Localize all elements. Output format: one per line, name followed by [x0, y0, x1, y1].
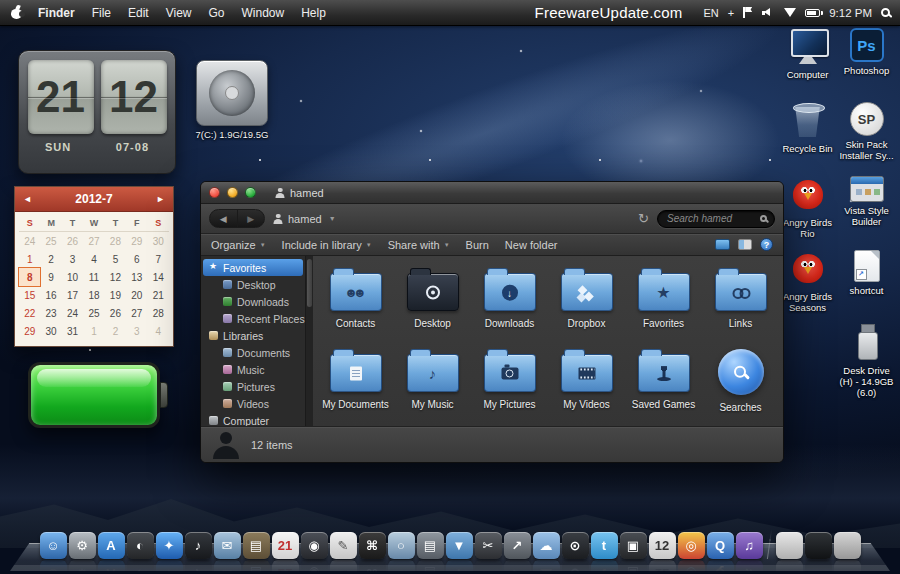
calendar-day[interactable]: 31 — [62, 322, 83, 340]
calendar-day[interactable]: 21 — [148, 286, 169, 304]
calendar-day[interactable]: 1 — [19, 250, 40, 268]
calendar-day[interactable]: 29 — [126, 232, 147, 250]
scrollbar-thumb[interactable] — [307, 259, 312, 307]
spotlight-search-icon[interactable] — [881, 8, 890, 17]
command-organize[interactable]: Organize▼ — [211, 239, 266, 251]
calendar-day[interactable]: 27 — [83, 232, 104, 250]
calendar-day[interactable]: 19 — [105, 286, 126, 304]
calendar-day[interactable]: 2 — [105, 322, 126, 340]
desktop-icon-shortcut[interactable]: shortcut — [839, 250, 895, 324]
dock-icon-camera[interactable]: ▣ — [620, 532, 647, 559]
dock-icon-itunes[interactable]: ♫ — [736, 532, 763, 559]
minimize-button[interactable] — [227, 187, 238, 198]
dock-icon-calendar[interactable]: 21 — [272, 532, 299, 559]
menu-item-help[interactable]: Help — [301, 6, 326, 20]
back-button[interactable]: ◀ — [210, 210, 237, 227]
sidebar-item-desktop[interactable]: Desktop — [201, 276, 305, 293]
dock-icon-cloud[interactable]: ☁ — [533, 532, 560, 559]
sidebar-item-documents[interactable]: Documents — [201, 344, 305, 361]
desktop-icon-skin-pack-installer-sy[interactable]: SPSkin Pack Installer Sy... — [839, 102, 895, 176]
calendar-day[interactable]: 1 — [83, 322, 104, 340]
sidebar-scrollbar[interactable] — [305, 256, 313, 426]
file-my-pictures[interactable]: My Pictures — [471, 343, 548, 424]
sidebar-item-libraries[interactable]: Libraries — [201, 327, 305, 344]
calendar-day[interactable]: 3 — [62, 250, 83, 268]
zoom-button[interactable] — [245, 187, 256, 198]
calendar-day[interactable]: 16 — [40, 286, 61, 304]
dock-icon-finder[interactable]: ☺ — [40, 532, 67, 559]
file-downloads[interactable]: ↓Downloads — [471, 262, 548, 343]
calendar-day[interactable]: 17 — [62, 286, 83, 304]
menu-item-file[interactable]: File — [92, 6, 111, 20]
dock-icon-system-preferences[interactable]: ⚙ — [69, 532, 96, 559]
desktop-icon-photoshop[interactable]: PsPhotoshop — [839, 28, 895, 102]
dock-icon-app-store[interactable]: A — [98, 532, 125, 559]
file-favorites[interactable]: ★Favorites — [625, 262, 702, 343]
dock-icon-apple-software[interactable] — [776, 532, 803, 559]
dock-icon-power[interactable]: ⊙ — [562, 532, 589, 559]
calendar-day[interactable]: 30 — [148, 232, 169, 250]
menu-item-view[interactable]: View — [166, 6, 192, 20]
plus-icon[interactable]: + — [728, 7, 734, 19]
dock-icon-dashboard[interactable]: ◐ — [127, 532, 154, 559]
calendar-day[interactable]: 28 — [105, 232, 126, 250]
calendar-day[interactable]: 23 — [40, 304, 61, 322]
address-breadcrumb[interactable]: hamed ▼ — [273, 213, 336, 225]
calendar-day[interactable]: 7 — [148, 250, 169, 268]
sidebar-item-downloads[interactable]: Downloads — [201, 293, 305, 310]
calendar-day[interactable]: 6 — [126, 250, 147, 268]
desktop-icon-angry-birds-rio[interactable]: Angry Birds Rio — [780, 176, 836, 250]
calendar-day[interactable]: 2 — [40, 250, 61, 268]
dock-icon-terminal[interactable]: ⌘ — [359, 532, 386, 559]
calendar-day[interactable]: 20 — [126, 286, 147, 304]
desktop-icon-desk-drive-h-14-9gb-6-0[interactable]: Desk Drive (H) - 14.9GB (6.0) — [839, 324, 895, 398]
sidebar-item-pictures[interactable]: Pictures — [201, 378, 305, 395]
file-saved-games[interactable]: Saved Games — [625, 343, 702, 424]
calendar-day[interactable]: 12 — [105, 268, 126, 286]
sidebar-item-videos[interactable]: Videos — [201, 395, 305, 412]
calendar-next-button[interactable]: ► — [156, 194, 165, 204]
refresh-icon[interactable]: ↻ — [638, 212, 649, 225]
dock-icon-iphone[interactable] — [805, 532, 832, 559]
dock-icon-textedit[interactable]: ✎ — [330, 532, 357, 559]
calendar-day[interactable]: 25 — [83, 304, 104, 322]
breadcrumb-dropdown-icon[interactable]: ▼ — [329, 215, 336, 222]
desktop-icon-drive-c[interactable]: 7(C:) 1.9G/19.5G — [186, 60, 278, 141]
desktop-icon-angry-birds-seasons[interactable]: Angry Birds Seasons — [780, 250, 836, 324]
calendar-day[interactable]: 28 — [148, 304, 169, 322]
dock-icon-utilities[interactable]: ✂ — [475, 532, 502, 559]
views-icon[interactable] — [715, 239, 730, 250]
dock-icon-chrome[interactable]: ◎ — [678, 532, 705, 559]
flag-icon[interactable] — [743, 7, 753, 18]
calendar-day[interactable]: 22 — [19, 304, 40, 322]
file-dropbox[interactable]: Dropbox — [548, 262, 625, 343]
preview-pane-icon[interactable] — [738, 239, 752, 250]
close-button[interactable] — [209, 187, 220, 198]
file-desktop[interactable]: Desktop — [394, 262, 471, 343]
file-searches[interactable]: Searches — [702, 343, 779, 424]
apple-menu-icon[interactable] — [10, 5, 23, 20]
help-button[interactable]: ? — [760, 238, 773, 251]
sidebar-item-computer[interactable]: Computer — [201, 412, 305, 426]
file-links[interactable]: Links — [702, 262, 779, 343]
dock-icon-stacks[interactable]: ▤ — [417, 532, 444, 559]
dock-icon-quicktime[interactable]: Q — [707, 532, 734, 559]
calendar-prev-button[interactable]: ◄ — [23, 194, 32, 204]
sidebar-item-recent-places[interactable]: Recent Places — [201, 310, 305, 327]
calendar-day[interactable]: 30 — [40, 322, 61, 340]
calendar-day[interactable]: 26 — [105, 304, 126, 322]
calendar-day[interactable]: 3 — [126, 322, 147, 340]
calendar-day[interactable]: 15 — [19, 286, 40, 304]
calendar-day[interactable]: 8 — [19, 268, 40, 286]
search-input[interactable]: Search hamed — [657, 210, 775, 228]
calendar-day[interactable]: 5 — [105, 250, 126, 268]
dock-icon-safari[interactable]: ✦ — [156, 532, 183, 559]
calendar-day[interactable]: 4 — [83, 250, 104, 268]
dock-icon-clock[interactable]: 12 — [649, 532, 676, 559]
dock-icon-documents-folder[interactable]: ▤ — [243, 532, 270, 559]
calendar-day[interactable]: 24 — [19, 232, 40, 250]
dock-icon-trash[interactable] — [834, 532, 861, 559]
command-burn[interactable]: Burn — [466, 239, 489, 251]
dock-icon-twitter[interactable]: t — [591, 532, 618, 559]
dock-icon-itunes-dj[interactable]: ♪ — [185, 532, 212, 559]
